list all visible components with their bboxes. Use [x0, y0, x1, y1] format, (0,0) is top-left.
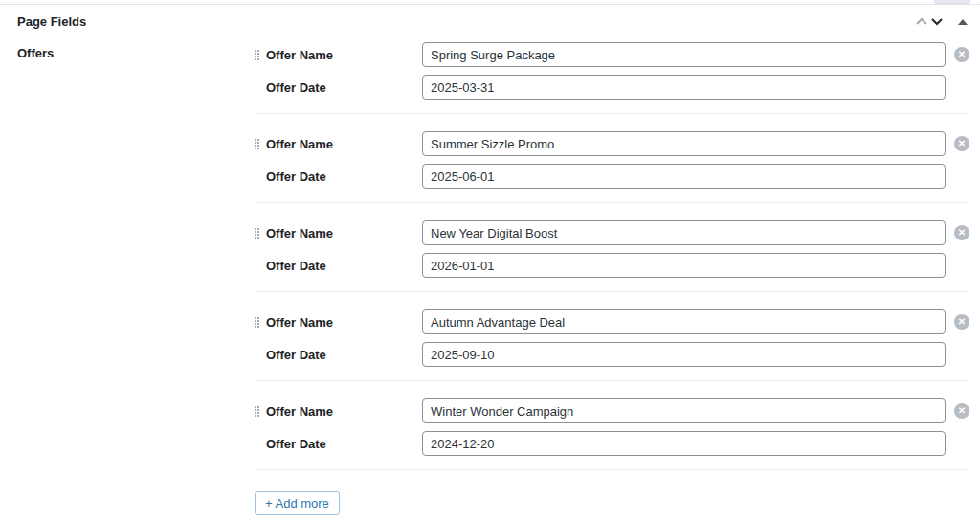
offer-name-label: Offer Name	[266, 137, 422, 151]
close-icon: ✕	[958, 314, 966, 330]
drag-handle-icon[interactable]	[255, 405, 261, 418]
offers-group-label: Offers	[17, 42, 255, 60]
metabox-controls	[914, 15, 969, 29]
offer-date-input[interactable]	[422, 164, 946, 189]
drag-handle-icon[interactable]	[255, 49, 261, 61]
metabox-body: Offers Offer Name ✕ Offer Date Offer Nam…	[0, 42, 980, 515]
offer-date-label: Offer Date	[266, 437, 422, 451]
offer-date-row: Offer Date	[255, 164, 969, 189]
offer-date-row: Offer Date	[255, 431, 969, 456]
drag-handle-icon[interactable]	[255, 316, 261, 329]
chevron-down-icon	[930, 17, 944, 26]
close-icon: ✕	[958, 47, 966, 62]
offer-date-input[interactable]	[422, 342, 946, 367]
offer-group: Offer Name ✕ Offer Date	[255, 381, 969, 470]
offer-group: Offer Name ✕ Offer Date	[255, 292, 969, 381]
offer-date-row: Offer Date	[255, 342, 969, 367]
offer-date-row: Offer Date	[255, 75, 969, 100]
offer-date-label: Offer Date	[266, 170, 422, 184]
offer-name-input[interactable]	[422, 42, 946, 67]
close-icon: ✕	[958, 403, 966, 419]
offer-name-label: Offer Name	[266, 226, 422, 240]
offer-name-row: Offer Name ✕	[255, 220, 969, 245]
offer-name-row: Offer Name ✕	[255, 398, 969, 423]
close-icon: ✕	[958, 136, 966, 151]
move-down-button[interactable]	[929, 15, 945, 29]
offer-name-input[interactable]	[422, 131, 946, 156]
offer-name-input[interactable]	[422, 220, 946, 245]
metabox-toggle-button[interactable]	[956, 15, 969, 29]
offer-group: Offer Name ✕ Offer Date	[255, 203, 969, 292]
remove-offer-button[interactable]: ✕	[954, 403, 969, 419]
offers-repeater: Offer Name ✕ Offer Date Offer Name ✕ Off…	[255, 42, 969, 515]
close-icon: ✕	[958, 225, 966, 240]
offer-date-input[interactable]	[422, 431, 946, 456]
offer-date-row: Offer Date	[255, 253, 969, 278]
offer-name-label: Offer Name	[266, 315, 422, 330]
remove-offer-button[interactable]: ✕	[954, 47, 969, 62]
offer-name-input[interactable]	[422, 309, 946, 334]
remove-offer-button[interactable]: ✕	[954, 314, 969, 330]
triangle-up-icon	[958, 19, 968, 25]
offer-name-label: Offer Name	[266, 404, 422, 419]
move-up-button[interactable]	[914, 15, 929, 29]
offer-date-input[interactable]	[422, 75, 946, 100]
offer-name-row: Offer Name ✕	[255, 131, 969, 156]
offer-date-input[interactable]	[422, 253, 946, 278]
offer-date-label: Offer Date	[266, 80, 422, 95]
offer-group: Offer Name ✕ Offer Date	[255, 114, 969, 203]
offer-date-label: Offer Date	[266, 348, 422, 362]
offer-name-input[interactable]	[422, 398, 946, 423]
remove-offer-button[interactable]: ✕	[954, 225, 969, 240]
offer-name-row: Offer Name ✕	[255, 309, 969, 334]
chevron-up-icon	[915, 17, 928, 26]
offer-name-row: Offer Name ✕	[255, 42, 969, 67]
offer-name-label: Offer Name	[266, 48, 422, 62]
field-label-column: Offers	[0, 42, 255, 515]
page-title: Page Fields	[17, 14, 86, 29]
remove-offer-button[interactable]: ✕	[954, 136, 969, 151]
metabox-header: Page Fields	[0, 5, 980, 30]
drag-handle-icon[interactable]	[255, 138, 261, 150]
drag-handle-icon[interactable]	[255, 227, 261, 239]
offers-repeater-rows: Offer Name ✕ Offer Date Offer Name ✕ Off…	[255, 42, 969, 470]
add-more-button[interactable]: + Add more	[255, 491, 340, 515]
offer-group: Offer Name ✕ Offer Date	[255, 42, 969, 114]
partial-top-button[interactable]	[934, 0, 970, 4]
offer-date-label: Offer Date	[266, 259, 422, 273]
